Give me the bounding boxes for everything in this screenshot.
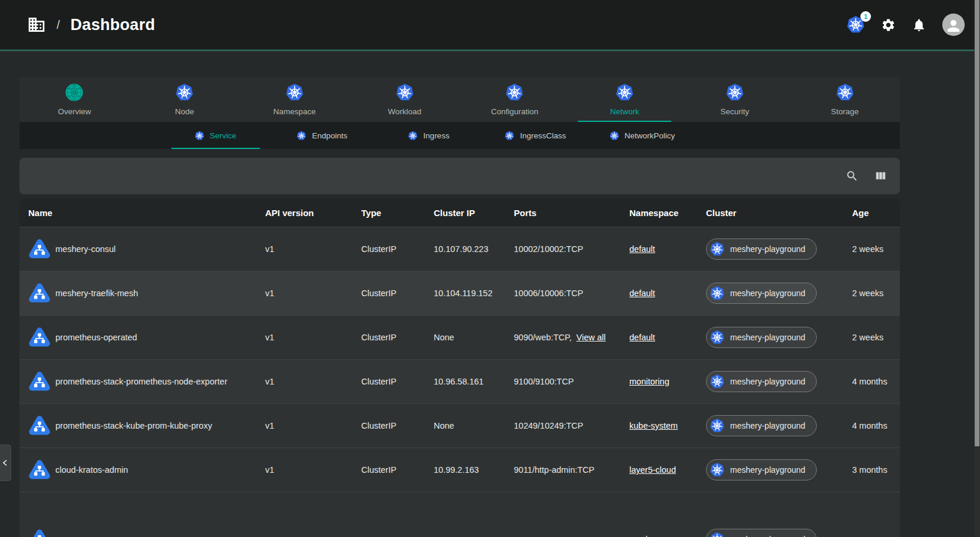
tab-overview[interactable]: Overview bbox=[19, 77, 130, 122]
cluster-chip[interactable]: meshery-playground bbox=[706, 371, 817, 392]
ports-value: 10002/10002:TCP bbox=[514, 244, 583, 254]
service-name: prometheus-operated bbox=[55, 333, 137, 342]
namespace-link[interactable]: monitoring bbox=[629, 377, 669, 386]
view-columns-icon[interactable] bbox=[874, 170, 887, 183]
chevron-left-icon bbox=[1, 458, 10, 468]
subtab-label: Ingress bbox=[423, 131, 449, 140]
column-header-cluster[interactable]: Cluster bbox=[697, 208, 843, 218]
age-value: 2 weeks bbox=[852, 244, 883, 254]
subtab-label: Service bbox=[210, 131, 236, 140]
tab-storage[interactable]: Storage bbox=[790, 77, 900, 122]
table-header-row: NameAPI versionTypeCluster IPPortsNamesp… bbox=[19, 198, 900, 227]
ports-value: 10006/10006:TCP bbox=[514, 289, 583, 298]
service-type-value: ClusterIP bbox=[361, 421, 397, 430]
column-header-age[interactable]: Age bbox=[843, 208, 900, 218]
table-row[interactable]: meshery-traefik-mesh v1 ClusterIP 10.104… bbox=[19, 271, 900, 315]
api-version-value: v1 bbox=[265, 377, 274, 386]
subtab-ingress[interactable]: Ingress bbox=[375, 122, 482, 149]
tab-icon bbox=[65, 83, 84, 102]
table-row[interactable]: cloud-kratos-admin v1 ClusterIP 10.99.2.… bbox=[19, 448, 900, 492]
ports-value: 9100/9100:TCP bbox=[514, 377, 574, 386]
tab-icon bbox=[725, 83, 744, 102]
kubernetes-icon bbox=[609, 131, 619, 141]
tab-network[interactable]: Network bbox=[570, 77, 680, 122]
kubernetes-icon bbox=[194, 131, 204, 141]
table-row[interactable]: meshery meshery-playground bbox=[19, 492, 900, 537]
user-avatar[interactable] bbox=[942, 14, 965, 36]
cluster-chip[interactable]: meshery-playground bbox=[706, 327, 817, 348]
sidebar-collapse-toggle[interactable] bbox=[0, 445, 11, 481]
header-actions: 1 bbox=[846, 14, 965, 36]
tab-node[interactable]: Node bbox=[130, 77, 240, 122]
tab-configuration[interactable]: Configuration bbox=[460, 77, 570, 122]
kubernetes-icon bbox=[710, 462, 725, 478]
services-table: NameAPI versionTypeCluster IPPortsNamesp… bbox=[19, 198, 900, 537]
service-type-value: ClusterIP bbox=[361, 289, 397, 298]
resource-category-tabs: Overview Node Namespace Workload Configu… bbox=[19, 77, 900, 122]
cluster-ip-value: 10.104.119.152 bbox=[434, 289, 493, 298]
cluster-chip[interactable]: meshery-playground bbox=[706, 529, 817, 537]
search-icon[interactable] bbox=[846, 170, 859, 183]
kubernetes-icon bbox=[408, 131, 418, 141]
notifications-bell-button[interactable] bbox=[912, 18, 926, 32]
subtab-networkpolicy[interactable]: NetworkPolicy bbox=[589, 122, 695, 149]
subtab-endpoints[interactable]: Endpoints bbox=[269, 122, 375, 149]
tab-security[interactable]: Security bbox=[680, 77, 790, 122]
app-header: / Dashboard 1 bbox=[0, 0, 980, 51]
service-icon bbox=[28, 238, 51, 260]
tab-label: Network bbox=[610, 107, 639, 116]
connected-clusters-button[interactable]: 1 bbox=[846, 15, 865, 34]
cluster-name: meshery-playground bbox=[730, 465, 806, 475]
tab-icon bbox=[285, 83, 304, 102]
page-scrollbar[interactable] bbox=[974, 0, 980, 537]
cluster-chip[interactable]: meshery-playground bbox=[706, 459, 817, 480]
api-version-value: v1 bbox=[265, 289, 274, 298]
column-header-type[interactable]: Type bbox=[352, 208, 425, 218]
namespace-link[interactable]: layer5-cloud bbox=[629, 465, 676, 475]
column-header-namespace[interactable]: Namespace bbox=[621, 208, 697, 218]
ports-value: 9011/http-admin:TCP bbox=[514, 465, 595, 475]
cluster-name: meshery-playground bbox=[730, 333, 806, 342]
subtab-service[interactable]: Service bbox=[162, 122, 269, 149]
column-header-ports[interactable]: Ports bbox=[505, 208, 621, 218]
tab-workload[interactable]: Workload bbox=[349, 77, 460, 122]
cluster-name: meshery-playground bbox=[730, 421, 806, 430]
table-row[interactable]: meshery-consul v1 ClusterIP 10.107.90.22… bbox=[19, 227, 900, 271]
tab-namespace[interactable]: Namespace bbox=[240, 77, 350, 122]
table-row[interactable]: prometheus-operated v1 ClusterIP None 90… bbox=[19, 315, 900, 359]
cluster-chip[interactable]: meshery-playground bbox=[706, 283, 817, 304]
table-row[interactable]: prometheus-stack-kube-prom-kube-proxy v1… bbox=[19, 403, 900, 448]
network-resource-subtabs: Service Endpoints Ingress IngressClass N… bbox=[19, 122, 900, 149]
tab-label: Configuration bbox=[491, 107, 538, 116]
subtab-label: IngressClass bbox=[520, 131, 566, 140]
cluster-chip[interactable]: meshery-playground bbox=[706, 238, 817, 260]
age-value: 2 weeks bbox=[852, 333, 883, 342]
kubernetes-icon bbox=[710, 330, 725, 345]
namespace-link[interactable]: meshery bbox=[629, 535, 662, 537]
settings-gear-button[interactable] bbox=[881, 18, 896, 32]
cluster-ip-value: 10.107.90.223 bbox=[434, 244, 489, 254]
column-header-api-version[interactable]: API version bbox=[256, 208, 352, 218]
cluster-chip[interactable]: meshery-playground bbox=[706, 415, 817, 436]
service-type-value: ClusterIP bbox=[361, 333, 397, 342]
subtab-ingressclass[interactable]: IngressClass bbox=[482, 122, 589, 149]
namespace-link[interactable]: default bbox=[629, 244, 655, 254]
cluster-name: meshery-playground bbox=[730, 377, 806, 386]
table-body: meshery-consul v1 ClusterIP 10.107.90.22… bbox=[19, 227, 900, 537]
service-icon bbox=[28, 459, 51, 481]
cluster-name: meshery-playground bbox=[730, 289, 806, 298]
service-icon bbox=[28, 282, 51, 304]
namespace-link[interactable]: default bbox=[629, 289, 655, 298]
view-all-ports-link[interactable]: View all bbox=[576, 333, 606, 342]
api-version-value: v1 bbox=[265, 333, 274, 342]
table-row[interactable]: prometheus-stack-prometheus-node-exporte… bbox=[19, 359, 900, 403]
namespace-link[interactable]: kube-system bbox=[629, 421, 678, 430]
tab-icon bbox=[505, 83, 524, 102]
scrollbar-thumb[interactable] bbox=[975, 0, 979, 446]
column-header-name[interactable]: Name bbox=[19, 208, 256, 218]
column-header-cluster-ip[interactable]: Cluster IP bbox=[425, 208, 505, 218]
ports-value: 9090/web:TCP, bbox=[514, 333, 572, 342]
namespace-link[interactable]: default bbox=[629, 333, 655, 342]
organization-icon[interactable] bbox=[27, 15, 46, 34]
tab-label: Overview bbox=[58, 107, 91, 116]
